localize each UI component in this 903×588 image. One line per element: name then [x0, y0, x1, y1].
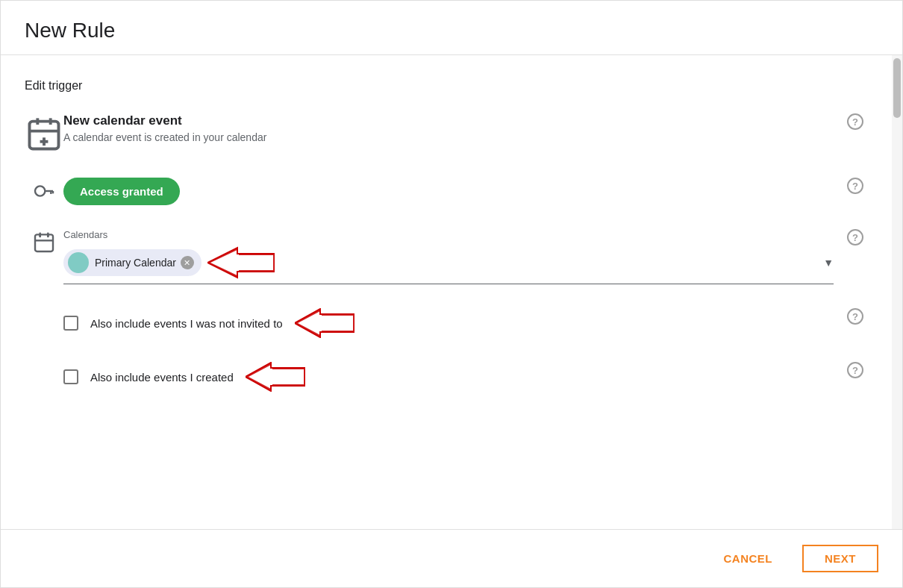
help-icon-calendars[interactable]: ?: [847, 229, 863, 245]
help-icon-event[interactable]: ?: [847, 113, 863, 130]
checkbox-not-invited-content: Also include events I was not invited to: [63, 308, 878, 338]
calendar-chip-name: Primary Calendar: [95, 257, 176, 269]
trigger-event-help[interactable]: ?: [847, 113, 863, 130]
calendar-chip-remove-button[interactable]: ✕: [181, 256, 194, 269]
scrollbar-thumb[interactable]: [893, 58, 901, 118]
red-arrow-calendar: [207, 246, 275, 279]
svg-rect-15: [47, 234, 49, 237]
checkbox-created-content: Also include events I created: [63, 362, 878, 392]
cancel-button[interactable]: CANCEL: [711, 546, 784, 571]
section-title: Edit trigger: [25, 79, 878, 93]
created-help[interactable]: ?: [847, 362, 863, 378]
calendar-add-icon: [25, 115, 63, 154]
access-row: Access granted ?: [25, 178, 878, 205]
calendar-chip-primary: Primary Calendar ✕: [63, 249, 201, 276]
calendars-dropdown-arrow[interactable]: ▼: [823, 257, 834, 269]
trigger-name: New calendar event: [63, 113, 834, 128]
checkbox-not-invited-label: Also include events I was not invited to: [90, 317, 283, 330]
svg-point-6: [35, 186, 45, 196]
svg-rect-10: [35, 234, 53, 251]
calendars-input-row[interactable]: Primary Calendar ✕ ▼: [63, 246, 834, 284]
new-rule-dialog: New Rule Edit trigger New calendar event…: [0, 0, 903, 588]
checkbox-created[interactable]: [63, 369, 78, 384]
dialog-title: New Rule: [25, 19, 878, 43]
red-arrow-not-invited: [295, 308, 354, 338]
next-button[interactable]: NEXT: [802, 545, 878, 572]
dialog-body: Edit trigger New calendar event A calend…: [1, 55, 902, 529]
checkbox-created-label: Also include events I created: [90, 371, 234, 384]
trigger-content: New calendar event A calendar event is c…: [63, 113, 878, 143]
calendars-label: Calendars: [63, 229, 834, 240]
help-icon-created[interactable]: ?: [847, 362, 863, 378]
calendars-row: Calendars Primary Calendar ✕: [25, 229, 878, 284]
access-granted-badge[interactable]: Access granted: [63, 178, 180, 205]
checkbox-not-invited-row: Also include events I was not invited to…: [25, 308, 878, 338]
calendar-chip-avatar: [68, 252, 89, 273]
svg-rect-14: [39, 234, 41, 237]
help-icon-access[interactable]: ?: [847, 178, 863, 194]
dialog-header: New Rule: [1, 1, 902, 55]
calendars-content: Calendars Primary Calendar ✕: [63, 229, 878, 284]
checkbox-not-invited[interactable]: [63, 316, 78, 331]
help-icon-not-invited[interactable]: ?: [847, 308, 863, 325]
red-arrow-created: [246, 362, 305, 392]
dialog-footer: CANCEL NEXT: [1, 529, 902, 587]
trigger-description: A calendar event is created in your cale…: [63, 131, 834, 143]
key-icon: [25, 179, 63, 203]
trigger-event-row: New calendar event A calendar event is c…: [25, 113, 878, 154]
checkbox-created-row: Also include events I created ?: [25, 362, 878, 392]
not-invited-help[interactable]: ?: [847, 308, 863, 325]
access-help[interactable]: ?: [847, 178, 863, 194]
calendar-icon: [25, 231, 63, 254]
access-content: Access granted: [63, 178, 878, 205]
calendars-help[interactable]: ?: [847, 229, 863, 245]
scrollbar[interactable]: [892, 55, 902, 529]
